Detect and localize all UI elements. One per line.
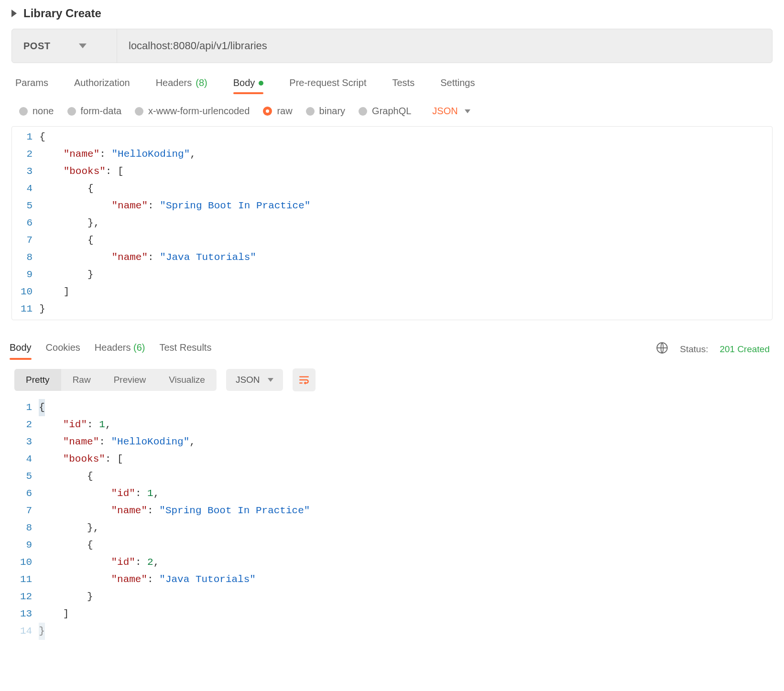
body-type-form-data[interactable]: form-data bbox=[67, 106, 122, 117]
editor-code[interactable]: { "name": "HelloKoding", "books": [ { "n… bbox=[39, 127, 772, 320]
editor-gutter: 1 2 3 4 5 6 7 8 9 10 11 bbox=[12, 127, 39, 320]
collapse-toggle-icon[interactable] bbox=[11, 10, 17, 17]
response-body-viewer[interactable]: 1 2 3 4 5 6 7 8 9 10 11 12 13 14 { "id":… bbox=[11, 399, 773, 642]
tab-body[interactable]: Body bbox=[233, 74, 264, 93]
request-title: Library Create bbox=[23, 7, 101, 20]
response-tabs: Body Cookies Headers (6) Test Results bbox=[10, 339, 211, 359]
response-format-label: JSON bbox=[236, 375, 260, 385]
body-dirty-dot-icon bbox=[259, 81, 263, 86]
request-tabs: Params Authorization Headers (8) Body Pr… bbox=[0, 74, 784, 93]
view-pretty[interactable]: Pretty bbox=[14, 369, 61, 391]
headers-count: (8) bbox=[196, 77, 207, 88]
response-tab-body[interactable]: Body bbox=[10, 339, 32, 359]
raw-format-select[interactable]: JSON bbox=[432, 106, 470, 117]
tab-authorization[interactable]: Authorization bbox=[74, 74, 130, 93]
body-type-binary[interactable]: binary bbox=[306, 106, 345, 117]
request-body-editor[interactable]: 1 2 3 4 5 6 7 8 9 10 11 { "name": "Hello… bbox=[11, 126, 773, 320]
response-bar: Body Cookies Headers (6) Test Results St… bbox=[0, 330, 784, 359]
tab-headers[interactable]: Headers (8) bbox=[156, 74, 207, 93]
view-raw[interactable]: Raw bbox=[61, 369, 102, 391]
wrap-icon bbox=[298, 374, 310, 386]
body-type-none[interactable]: none bbox=[19, 106, 54, 117]
body-type-urlencoded[interactable]: x-www-form-urlencoded bbox=[135, 106, 250, 117]
radio-icon bbox=[135, 107, 143, 116]
response-tab-cookies[interactable]: Cookies bbox=[46, 339, 80, 359]
tab-settings[interactable]: Settings bbox=[440, 74, 475, 93]
body-type-graphql[interactable]: GraphQL bbox=[359, 106, 411, 117]
response-tab-test-results[interactable]: Test Results bbox=[159, 339, 211, 359]
globe-icon[interactable] bbox=[656, 342, 668, 356]
editor-code[interactable]: { "id": 1, "name": "HelloKoding", "books… bbox=[39, 399, 773, 642]
raw-format-label: JSON bbox=[432, 106, 457, 117]
radio-icon bbox=[67, 107, 76, 116]
chevron-down-icon bbox=[79, 43, 87, 48]
editor-gutter: 1 2 3 4 5 6 7 8 9 10 11 12 13 14 bbox=[11, 399, 39, 642]
body-type-raw[interactable]: raw bbox=[263, 106, 292, 117]
wrap-lines-button[interactable] bbox=[293, 368, 316, 391]
radio-icon bbox=[19, 107, 28, 116]
body-type-row: none form-data x-www-form-urlencoded raw… bbox=[0, 97, 784, 126]
response-view-mode: Pretty Raw Preview Visualize bbox=[14, 369, 217, 391]
response-format-select[interactable]: JSON bbox=[226, 369, 283, 391]
view-visualize[interactable]: Visualize bbox=[157, 369, 217, 391]
http-method-select[interactable]: POST bbox=[12, 29, 117, 63]
view-preview[interactable]: Preview bbox=[102, 369, 158, 391]
tab-tests[interactable]: Tests bbox=[392, 74, 414, 93]
request-url-text: localhost:8080/api/v1/libraries bbox=[129, 40, 267, 52]
http-method-label: POST bbox=[23, 41, 50, 52]
chevron-down-icon bbox=[268, 378, 273, 382]
url-bar: POST localhost:8080/api/v1/libraries bbox=[11, 29, 773, 63]
tab-params[interactable]: Params bbox=[15, 74, 48, 93]
response-toolbar: Pretty Raw Preview Visualize JSON bbox=[0, 359, 784, 399]
chevron-down-icon bbox=[465, 109, 470, 113]
response-meta: Status: 201 Created bbox=[656, 342, 770, 356]
radio-icon bbox=[306, 107, 315, 116]
radio-selected-icon bbox=[263, 107, 272, 116]
tab-prerequest[interactable]: Pre-request Script bbox=[289, 74, 366, 93]
response-tab-headers[interactable]: Headers (6) bbox=[95, 339, 145, 359]
response-headers-count: (6) bbox=[133, 342, 145, 353]
status-value: 201 Created bbox=[719, 344, 770, 355]
status-label: Status: bbox=[680, 344, 708, 355]
request-url-input[interactable]: localhost:8080/api/v1/libraries bbox=[117, 29, 772, 63]
radio-icon bbox=[359, 107, 367, 116]
request-title-row: Library Create bbox=[0, 0, 784, 29]
